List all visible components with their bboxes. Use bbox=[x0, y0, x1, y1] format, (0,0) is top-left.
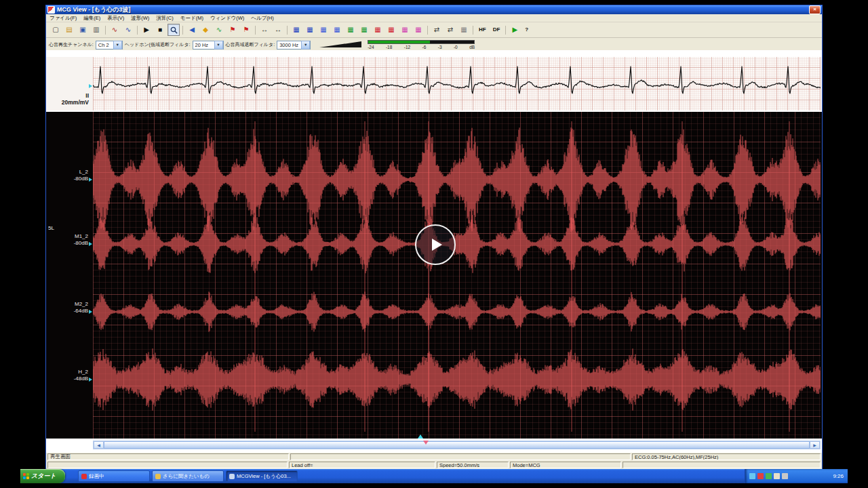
record-icon bbox=[81, 474, 87, 479]
tray-display-icon[interactable] bbox=[749, 473, 755, 479]
new-file-icon[interactable]: ▢ bbox=[50, 24, 62, 36]
status-mode-pane: Mode=MCG bbox=[510, 462, 621, 468]
phono-plot[interactable] bbox=[93, 112, 821, 439]
toolbar-separator bbox=[255, 26, 256, 35]
menu-bar: ファイル(F)編集(E)表示(V)波形(W)演算(C)モード(M)ウィンドウ(W… bbox=[46, 14, 822, 22]
menu-item-4[interactable]: 演算(C) bbox=[153, 15, 176, 22]
menu-item-7[interactable]: ヘルプ(H) bbox=[248, 15, 277, 22]
channel-label-M2_2: M2_2-64dB bbox=[46, 301, 88, 314]
map-grid-green2-icon[interactable]: ▦ bbox=[358, 24, 370, 36]
volume-slider[interactable] bbox=[319, 41, 361, 47]
map-grid-blue2-icon[interactable]: ▦ bbox=[304, 24, 316, 36]
taskbar-item-label: MCGView - [もう心03... bbox=[237, 473, 291, 480]
hf-button[interactable]: HF bbox=[476, 24, 489, 36]
taskbar-item-2[interactable]: MCGView - [もう心03... bbox=[226, 470, 298, 482]
clock: 9:26 bbox=[833, 473, 844, 479]
highcut-label: 心音高域遮断フィルタ: bbox=[226, 41, 275, 48]
channel-select[interactable]: Ch 2 ▼ bbox=[96, 41, 123, 49]
toolbar-separator bbox=[505, 26, 506, 35]
red-flag-icon[interactable]: ⚑ bbox=[226, 24, 239, 36]
map-grid-magenta-icon[interactable]: ▦ bbox=[399, 24, 411, 36]
rewind-icon[interactable]: ◀ bbox=[186, 24, 198, 36]
green-play-icon[interactable]: ▶ bbox=[509, 24, 521, 36]
ecg-strip: II 20mm/mV bbox=[46, 57, 822, 110]
scroll-left-button[interactable]: ◀ bbox=[94, 441, 104, 449]
ecg-lead-label: II 20mm/mV bbox=[46, 92, 89, 106]
phono-trace-L_2 bbox=[93, 127, 821, 232]
channel-marker-icon[interactable] bbox=[89, 242, 92, 246]
zoom-button[interactable] bbox=[167, 24, 180, 36]
channel-marker-icon[interactable] bbox=[89, 178, 92, 182]
menu-item-6[interactable]: ウィンドウ(W) bbox=[207, 15, 248, 22]
channel-marker-icon[interactable] bbox=[89, 310, 92, 314]
channel-marker-icon[interactable] bbox=[89, 378, 92, 382]
taskbar-item-1[interactable]: さらに聞きたいもの bbox=[152, 470, 224, 482]
help-button[interactable]: ? bbox=[522, 24, 531, 36]
map-grid-red-icon[interactable]: ▦ bbox=[372, 24, 384, 36]
highcut-select[interactable]: 3000 Hz ▼ bbox=[277, 41, 311, 49]
map-grid-red2-icon[interactable]: ▦ bbox=[385, 24, 397, 36]
chevron-down-icon[interactable]: ▼ bbox=[113, 41, 122, 49]
menu-item-5[interactable]: モード(M) bbox=[177, 15, 207, 22]
tray-antivirus-icon[interactable] bbox=[766, 473, 772, 479]
start-button[interactable]: スタート bbox=[20, 469, 65, 483]
taskbar-item-0[interactable]: 録画中 bbox=[78, 470, 150, 482]
scrollbar-thumb[interactable] bbox=[104, 441, 810, 449]
compress-horizontal-icon[interactable]: ↔ bbox=[272, 24, 284, 36]
lowcut-value: 20 Hz bbox=[195, 42, 209, 48]
status-playback-pane: 再生画面 bbox=[47, 453, 289, 460]
marker-diamond-icon[interactable]: ◆ bbox=[199, 24, 212, 36]
chevron-down-icon[interactable]: ▼ bbox=[301, 41, 310, 49]
playhead-marker-icon[interactable] bbox=[418, 434, 423, 439]
group-label: 5L bbox=[48, 225, 54, 231]
lowcut-select[interactable]: 20 Hz ▼ bbox=[193, 41, 224, 49]
map-grid-magenta2-icon[interactable]: ▦ bbox=[412, 24, 425, 36]
menu-item-3[interactable]: 波形(W) bbox=[127, 15, 153, 22]
small-grid-icon[interactable]: ▦ bbox=[458, 24, 470, 36]
stop-button[interactable]: ■ bbox=[154, 24, 166, 36]
waveform-doc-blue-icon[interactable]: ∿ bbox=[122, 24, 134, 36]
swap-icon[interactable]: ⇄ bbox=[431, 24, 443, 36]
play-button[interactable]: ▶ bbox=[140, 24, 153, 36]
menu-item-1[interactable]: 編集(E) bbox=[80, 15, 104, 22]
chevron-down-icon[interactable]: ▼ bbox=[214, 41, 223, 49]
expand-horizontal-icon[interactable]: ↔ bbox=[258, 24, 271, 36]
status-speed-text: Speed=50.0mm/s bbox=[439, 462, 479, 468]
toolbar-separator bbox=[105, 26, 106, 35]
menu-item-0[interactable]: ファイル(F) bbox=[46, 15, 80, 22]
meter-scale: -24-18-12-6-3-0dB bbox=[368, 45, 475, 49]
open-folder-icon[interactable]: ▤ bbox=[63, 24, 75, 36]
map-grid-blue4-icon[interactable]: ▦ bbox=[331, 24, 343, 36]
close-button[interactable]: × bbox=[809, 5, 821, 14]
meter-tick: -12 bbox=[404, 45, 410, 49]
map-grid-green-icon[interactable]: ▦ bbox=[344, 24, 357, 36]
channel-label-L_2: L_2-80dB bbox=[46, 169, 88, 182]
horizontal-scrollbar[interactable]: ◀ ▶ bbox=[93, 441, 821, 449]
highcut-value: 3000 Hz bbox=[279, 42, 298, 48]
status-ecg-pane: ECG:0.05-75Hz,AC(60Hz),MF(25Hz) bbox=[632, 453, 821, 460]
map-grid-blue3-icon[interactable]: ▦ bbox=[317, 24, 330, 36]
phono-trace-M2_2 bbox=[93, 291, 821, 331]
meter-tick: -3 bbox=[438, 45, 442, 49]
title-bar[interactable]: MCG View - [もう心の3波] × bbox=[46, 5, 822, 14]
green-wave-icon[interactable]: ∿ bbox=[213, 24, 225, 36]
map-grid-blue-icon[interactable]: ▦ bbox=[290, 24, 302, 36]
waveform-doc-red-icon[interactable]: ∿ bbox=[108, 24, 121, 36]
folder-icon bbox=[155, 474, 161, 479]
swap2-icon[interactable]: ⇄ bbox=[444, 24, 456, 36]
level-meter: -24-18-12-6-3-0dB bbox=[368, 40, 475, 49]
video-play-button[interactable] bbox=[415, 224, 456, 265]
save-icon[interactable]: ▣ bbox=[77, 24, 89, 36]
menu-item-2[interactable]: 表示(V) bbox=[104, 15, 127, 22]
tray-record-icon[interactable] bbox=[757, 473, 764, 479]
channel-label: 心音再生チャンネル: bbox=[49, 41, 94, 48]
scroll-right-button[interactable]: ▶ bbox=[810, 441, 820, 449]
red-flag2-icon[interactable]: ⚑ bbox=[240, 24, 252, 36]
df-button[interactable]: DF bbox=[490, 24, 503, 36]
ecg-plot[interactable] bbox=[93, 57, 821, 110]
ecg-lead: II bbox=[46, 92, 89, 99]
print-icon[interactable]: ▥ bbox=[90, 24, 102, 36]
tray-network-icon[interactable] bbox=[782, 473, 788, 479]
tray-volume-icon[interactable] bbox=[774, 473, 780, 479]
app-icon bbox=[229, 474, 235, 479]
